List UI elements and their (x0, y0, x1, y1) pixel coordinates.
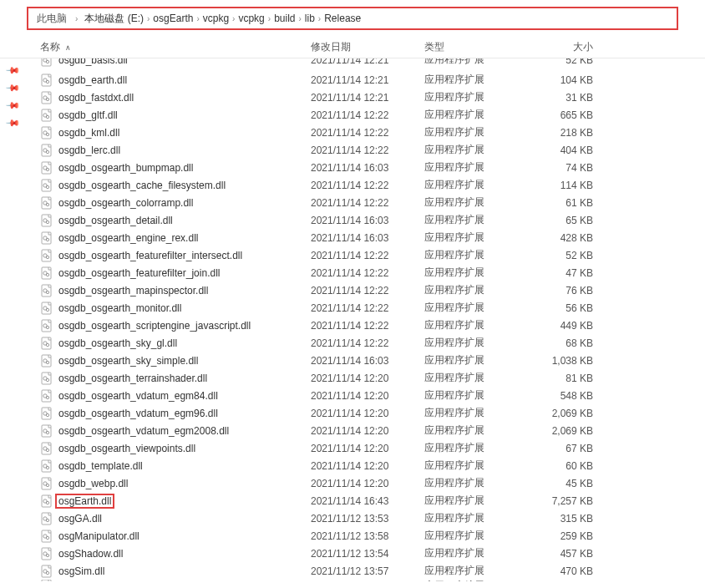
file-row[interactable]: osgdb_osgearth_monitor.dll2021/11/14 12:… (0, 299, 705, 317)
file-size-cell: 428 KB (526, 232, 601, 244)
file-type-cell: 应用程序扩展 (424, 125, 526, 139)
file-row[interactable]: osgdb_webp.dll2021/11/14 12:20应用程序扩展45 K… (0, 474, 705, 492)
file-name-label: osgdb_osgearth_bumpmap.dll (58, 162, 193, 174)
file-row[interactable]: osgdb_osgearth_colorramp.dll2021/11/14 1… (0, 194, 705, 211)
file-date-cell: 2021/11/14 12:22 (311, 109, 424, 121)
file-row[interactable]: osgdb_osgearth_featurefilter_join.dll202… (0, 264, 705, 281)
file-row[interactable]: osgdb_osgearth_cache_filesystem.dll2021/… (0, 176, 705, 194)
breadcrumb-item[interactable]: Release (321, 13, 364, 24)
file-name-label: osgdb_kml.dll (58, 127, 119, 139)
file-type-cell: 应用程序扩展 (424, 511, 526, 525)
file-row[interactable]: osgdb_osgearth_bumpmap.dll2021/11/14 16:… (0, 159, 705, 176)
file-name-label: osgdb_osgearth_featurefilter_join.dll (58, 267, 220, 279)
file-name-cell: osgdb_osgearth_monitor.dll (0, 302, 311, 315)
column-header-date[interactable]: 修改日期 (311, 40, 424, 54)
file-row[interactable]: osgdb_osgearth_mapinspector.dll2021/11/1… (0, 281, 705, 299)
dll-file-icon (40, 231, 53, 245)
file-row[interactable]: osgEarth.dll2021/11/14 16:43应用程序扩展7,257 … (0, 492, 705, 509)
file-name-label: osgdb_osgearth_vdatum_egm96.dll (58, 408, 218, 419)
dll-file-icon (40, 530, 53, 543)
file-name-label: osgSim.dll (58, 565, 104, 577)
dll-file-icon (40, 144, 53, 157)
dll-file-icon (40, 74, 53, 87)
file-size-cell: 259 KB (526, 530, 601, 542)
file-type-cell: 应用程序扩展 (424, 441, 526, 455)
file-size-cell: 45 KB (526, 478, 601, 489)
breadcrumb-item[interactable]: 本地磁盘 (E:) (81, 13, 147, 24)
file-row[interactable]: osgdb_osgearth_vdatum_egm2008.dll2021/11… (0, 422, 705, 439)
file-row[interactable]: osgShadow.dll2021/11/12 13:54应用程序扩展457 K… (0, 545, 705, 562)
file-row[interactable]: osgdb_osgearth_viewpoints.dll2021/11/14 … (0, 439, 705, 457)
file-name-cell: osgdb_gltf.dll (0, 109, 311, 122)
file-type-cell: 应用程序扩展 (424, 301, 526, 315)
file-name-cell: osgdb_osgearth_viewpoints.dll (0, 442, 311, 455)
breadcrumb-item[interactable]: build (271, 13, 298, 24)
file-name-label: osgdb_earth.dll (58, 74, 127, 86)
file-row[interactable]: osgdb_lerc.dll2021/11/14 12:22应用程序扩展404 … (0, 141, 705, 159)
file-row[interactable]: osgdb_kml.dll2021/11/14 12:22应用程序扩展218 K… (0, 124, 705, 141)
column-header-size[interactable]: 大小 (526, 40, 601, 54)
dll-file-icon (40, 302, 53, 315)
file-row[interactable]: osgdb_osgearth_featurefilter_intersect.d… (0, 246, 705, 264)
file-name-cell: osgdb_kml.dll (0, 126, 311, 139)
column-header-type[interactable]: 类型 (424, 40, 526, 54)
dll-file-icon (40, 372, 53, 385)
file-date-cell: 2021/11/14 12:21 (311, 74, 424, 86)
file-name-label: osgGA.dll (58, 513, 102, 525)
file-type-cell: 应用程序扩展 (424, 546, 526, 560)
breadcrumb-item[interactable]: vcpkg (235, 13, 267, 24)
dll-file-icon (40, 319, 53, 332)
file-name-cell: osgdb_osgearth_vdatum_egm84.dll (0, 389, 311, 403)
file-row[interactable]: osgdb_earth.dll2021/11/14 12:21应用程序扩展104… (0, 71, 705, 89)
breadcrumb-item[interactable]: lib (302, 13, 318, 24)
breadcrumb-bar[interactable]: 此电脑 › 本地磁盘 (E:)›osgEarth›vcpkg›vcpkg›bui… (27, 7, 678, 30)
file-row[interactable]: osgManipulator.dll2021/11/12 13:58应用程序扩展… (0, 527, 705, 545)
file-name-label: osgdb_basis.dll (58, 58, 128, 66)
file-size-cell: 67 KB (526, 443, 601, 454)
file-name-label: osgEarth.dll (55, 494, 114, 509)
file-name-cell: osgdb_osgearth_vdatum_egm96.dll (0, 407, 311, 420)
file-name-label: osgdb_osgearth_viewpoints.dll (58, 443, 195, 454)
file-row[interactable]: osgdb_osgearth_scriptengine_javascript.d… (0, 317, 705, 334)
file-name-label: osgdb_osgearth_sky_gl.dll (58, 337, 177, 349)
breadcrumb-item[interactable]: vcpkg (200, 13, 232, 24)
file-name-label: osgdb_fastdxt.dll (58, 92, 134, 104)
file-name-cell: osgdb_osgearth_mapinspector.dll (0, 284, 311, 297)
file-name-cell: osgdb_osgearth_cache_filesystem.dll (0, 179, 311, 192)
pin-icon[interactable]: 📌 (4, 80, 20, 96)
breadcrumb-root[interactable]: 此电脑 (35, 12, 72, 26)
file-row[interactable]: osgdb_osgearth_vdatum_egm96.dll2021/11/1… (0, 404, 705, 422)
file-name-cell: osgdb_osgearth_sky_gl.dll (0, 337, 311, 350)
file-size-cell: 218 KB (526, 127, 601, 139)
breadcrumb-item[interactable]: osgEarth (150, 13, 196, 24)
file-type-cell: 应用程序扩展 (424, 371, 526, 385)
pin-icon[interactable]: 📌 (4, 98, 20, 114)
file-row[interactable]: osgGA.dll2021/11/12 13:53应用程序扩展315 KB (0, 509, 705, 527)
file-row[interactable]: osgdb_gltf.dll2021/11/14 12:22应用程序扩展665 … (0, 106, 705, 124)
file-size-cell: 52 KB (526, 58, 601, 66)
dll-file-icon (40, 109, 53, 122)
file-row[interactable]: osgdb_osgearth_sky_gl.dll2021/11/14 12:2… (0, 334, 705, 352)
file-row[interactable]: osgdb_osgearth_detail.dll2021/11/14 16:0… (0, 211, 705, 229)
file-date-cell: 2021/11/14 12:22 (311, 144, 424, 156)
file-row[interactable]: osgdb_fastdxt.dll2021/11/14 12:21应用程序扩展3… (0, 89, 705, 106)
column-header-name[interactable]: 名称 ∧ (0, 40, 311, 54)
dll-file-icon (40, 494, 53, 508)
file-size-cell: 315 KB (526, 513, 601, 525)
file-row[interactable]: osgdb_osgearth_vdatum_egm84.dll2021/11/1… (0, 387, 705, 404)
file-size-cell: 449 KB (526, 320, 601, 332)
file-row[interactable]: osgdb_template.dll2021/11/14 12:20应用程序扩展… (0, 457, 705, 474)
file-date-cell: 2021/11/14 16:03 (311, 162, 424, 174)
file-row[interactable]: osgdb_basis.dll2021/11/14 12:21应用程序扩展52 … (0, 58, 705, 71)
file-row[interactable]: osgdb_osgearth_engine_rex.dll2021/11/14 … (0, 229, 705, 246)
file-date-cell: 2021/11/14 12:22 (311, 250, 424, 261)
file-row[interactable]: osgdb_osgearth_terrainshader.dll2021/11/… (0, 369, 705, 387)
file-row[interactable]: osgText.dll2021/11/12 13:53应用程序扩展310 KB (0, 580, 705, 581)
file-size-cell: 404 KB (526, 144, 601, 156)
file-row[interactable]: osgdb_osgearth_sky_simple.dll2021/11/14 … (0, 352, 705, 369)
file-size-cell: 74 KB (526, 162, 601, 174)
file-size-cell: 60 KB (526, 460, 601, 472)
file-row[interactable]: osgSim.dll2021/11/12 13:57应用程序扩展470 KB (0, 562, 705, 580)
file-date-cell: 2021/11/12 13:53 (311, 580, 424, 581)
dll-file-icon (40, 354, 53, 368)
